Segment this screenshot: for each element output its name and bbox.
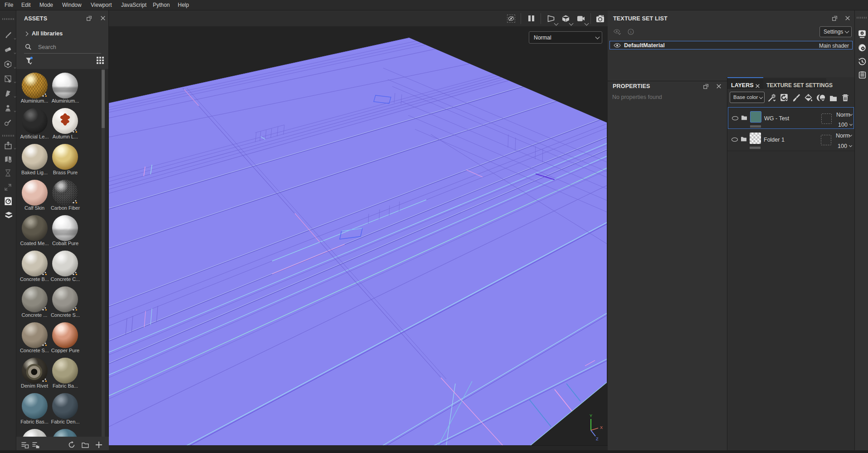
svg-text:Y: Y (590, 414, 592, 418)
svg-text:Z: Z (596, 437, 599, 441)
svg-text:1: 1 (630, 30, 632, 34)
svg-text:X: X (600, 425, 603, 430)
